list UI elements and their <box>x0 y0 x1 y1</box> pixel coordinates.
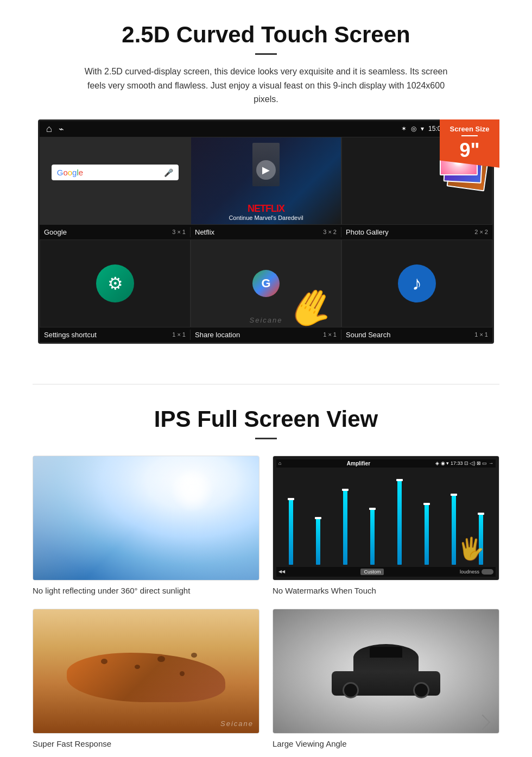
eq-bar-4 <box>370 508 375 565</box>
hand-pointing-icon: 🤚 <box>280 276 341 327</box>
eq-handle-2[interactable] <box>315 517 321 519</box>
section-divider <box>33 384 499 384</box>
device-mockup: Screen Size 9" ⌂ ⌁ ✶ ◎ ▾ 15:06 ⊡ ◁) ⊠ <box>38 119 494 344</box>
eq-bar-3 <box>343 489 347 565</box>
spot1 <box>101 659 107 664</box>
netflix-label-name: Netflix <box>195 228 214 236</box>
amp-loudness-label: loudness <box>460 569 479 575</box>
spot5 <box>191 653 197 658</box>
amp-custom-button[interactable]: Custom <box>360 569 384 575</box>
feature-sunlight: No light reflecting under 360° direct su… <box>33 456 259 596</box>
google-app-inner: Google 🎤 <box>40 137 190 224</box>
google-search-bar[interactable]: Google 🎤 <box>52 165 179 180</box>
app-label-row1: Google 3 × 1 Netflix 3 × 2 Photo Gallery… <box>40 225 492 239</box>
amp-title: Amplifier <box>347 460 370 466</box>
sunlight-image <box>33 456 259 581</box>
sunlight-rays <box>33 456 259 580</box>
spot4 <box>180 671 185 676</box>
status-bar: ⌂ ⌁ ✶ ◎ ▾ 15:06 ⊡ ◁) ⊠ ▭ <box>40 121 492 137</box>
badge-size-value: 9" <box>459 139 479 161</box>
app-cell-sound-search[interactable]: ♪ <box>341 239 492 327</box>
car-wheel-right <box>413 682 429 698</box>
eq-handle-4[interactable] <box>369 508 376 510</box>
amp-status-icons: ◈ ◉ ▾ 17:33 ⊡ ◁) ⊠ ▭ → <box>435 460 493 466</box>
amplifier-visual: ⌂ Amplifier ◈ ◉ ▾ 17:33 ⊡ ◁) ⊠ ▭ → 🖐 <box>273 456 499 580</box>
car-wheel-left <box>343 682 359 698</box>
gear-icon: ⚙ <box>107 273 123 294</box>
section2-divider <box>255 438 277 439</box>
screen-size-badge: Screen Size 9" <box>440 119 499 168</box>
badge-divider <box>461 135 478 136</box>
gallery-label-name: Photo Gallery <box>346 228 389 236</box>
google-logo: Google <box>57 168 83 177</box>
eq-handle-5[interactable] <box>396 479 403 481</box>
amp-loudness-toggle[interactable] <box>482 569 493 575</box>
eq-handle-1[interactable] <box>288 498 294 500</box>
share-location-inner: G 🤚 <box>191 240 341 327</box>
netflix-label-size: 3 × 2 <box>323 229 337 235</box>
spot2 <box>135 665 140 669</box>
settings-app-inner: ⚙ <box>40 240 190 327</box>
car-label: Large Viewing Angle <box>273 739 347 748</box>
section1-title: 2.5D Curved Touch Screen <box>33 22 499 48</box>
app-label-row2: Settings shortcut 1 × 1 Share location 1… <box>40 327 492 342</box>
share-label-cell: Share location 1 × 1 <box>191 330 341 340</box>
sound-label-cell: Sound Search 1 × 1 <box>341 330 492 340</box>
amplifier-image: ⌂ Amplifier ◈ ◉ ▾ 17:33 ⊡ ◁) ⊠ ▭ → 🖐 <box>273 456 499 581</box>
cheetah-watermark: Seicane <box>220 720 254 728</box>
app-cell-share-location[interactable]: G 🤚 <box>191 239 341 327</box>
settings-icon-bg: ⚙ <box>96 264 134 302</box>
amp-bottom-bar: ◀◀ Custom loudness <box>276 567 496 577</box>
app-cell-netflix[interactable]: ▶ NETFLIX Continue Marvel's Daredevil <box>191 137 341 225</box>
eq-handle-7[interactable] <box>451 494 457 496</box>
eq-bar-7 <box>452 494 456 565</box>
sunlight-visual <box>33 456 259 580</box>
usb-icon: ⌁ <box>59 124 64 134</box>
gallery-label-size: 2 × 2 <box>474 229 488 235</box>
screen-watermark: Seicane <box>250 316 283 324</box>
location-icon: ◎ <box>411 125 416 133</box>
bluetooth-icon: ✶ <box>401 125 407 133</box>
sunlight-label: No light reflecting under 360° direct su… <box>33 586 190 595</box>
google-label-name: Google <box>44 228 67 236</box>
eq-bar-6 <box>425 503 429 565</box>
gallery-label-cell: Photo Gallery 2 × 2 <box>341 227 492 237</box>
home-icon[interactable]: ⌂ <box>46 123 52 135</box>
netflix-subtitle: Continue Marvel's Daredevil <box>195 215 337 221</box>
eq-bar-2 <box>316 517 320 565</box>
badge-label-text: Screen Size <box>444 125 495 133</box>
sound-label-size: 1 × 1 <box>474 331 488 338</box>
amp-loudness: loudness <box>460 569 493 575</box>
amp-topbar: ⌂ Amplifier ◈ ◉ ▾ 17:33 ⊡ ◁) ⊠ ▭ → <box>276 459 496 468</box>
sound-search-inner: ♪ <box>342 240 492 327</box>
eq-handle-3[interactable] <box>342 489 349 491</box>
cheetah-image: Seicane <box>33 609 259 734</box>
share-label-name: Share location <box>195 331 240 339</box>
eq-bar-5 <box>397 479 402 565</box>
sound-search-icon-bg: ♪ <box>398 264 436 302</box>
app-grid-row2: ⚙ G 🤚 ♪ <box>40 239 492 327</box>
feature-cheetah: Seicane Super Fast Response <box>33 609 259 749</box>
car-arrow-icon <box>475 715 490 730</box>
eq-handle-6[interactable] <box>423 503 430 505</box>
play-button[interactable]: ▶ <box>256 160 276 180</box>
google-label-size: 3 × 1 <box>172 229 186 235</box>
eq-handle-8[interactable] <box>478 513 484 515</box>
status-bar-left: ⌂ ⌁ <box>46 123 64 135</box>
share-label-size: 1 × 1 <box>323 331 337 338</box>
app-cell-settings[interactable]: ⚙ <box>40 239 191 327</box>
section2-title: IPS Full Screen View <box>33 406 499 432</box>
mic-icon[interactable]: 🎤 <box>164 168 173 177</box>
amp-equalizer: 🖐 <box>276 468 496 567</box>
car-sunroof <box>370 647 402 658</box>
netflix-app-inner: ▶ NETFLIX Continue Marvel's Daredevil <box>191 137 341 224</box>
features-grid: No light reflecting under 360° direct su… <box>33 456 499 749</box>
settings-label-name: Settings shortcut <box>44 331 97 339</box>
app-cell-google[interactable]: Google 🎤 <box>40 137 191 225</box>
sound-label-name: Sound Search <box>346 331 390 339</box>
car-shape <box>332 644 440 698</box>
netflix-logo: NETFLIX <box>195 203 337 215</box>
wifi-icon: ▾ <box>421 125 424 133</box>
sunlight-flare <box>170 469 214 512</box>
settings-label-size: 1 × 1 <box>172 331 186 338</box>
